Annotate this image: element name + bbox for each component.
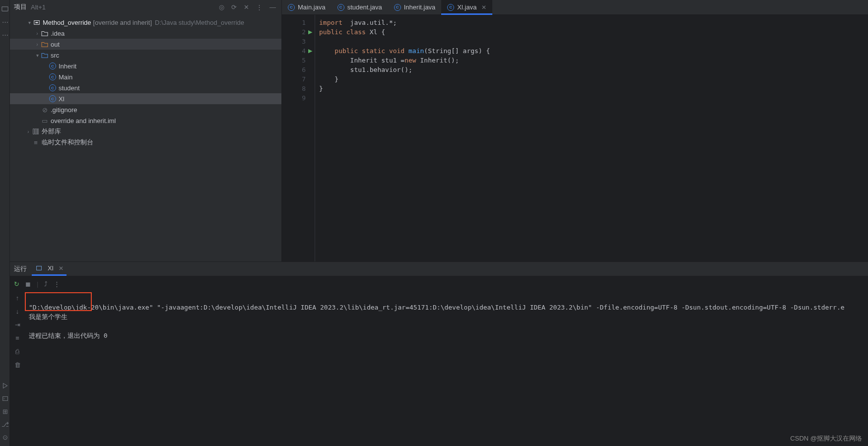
tree-label: .idea bbox=[51, 30, 65, 37]
console-cmd: "D:\develop\jdk-20\bin\java.exe" "-javaa… bbox=[29, 304, 845, 311]
svg-rect-5 bbox=[33, 129, 35, 134]
ab-terminal-icon[interactable] bbox=[0, 392, 10, 405]
tab-inherit[interactable]: C Inherit.java bbox=[388, 0, 442, 14]
svg-rect-4 bbox=[35, 22, 38, 23]
hide-panel-icon[interactable]: — bbox=[268, 3, 277, 11]
svg-rect-0 bbox=[2, 7, 8, 11]
tab-student[interactable]: C student.java bbox=[332, 0, 388, 14]
tree-external-libs[interactable]: › 外部库 bbox=[10, 126, 281, 137]
scratch-icon: ≡ bbox=[32, 138, 40, 146]
down-arrow-icon[interactable]: ↓ bbox=[16, 308, 19, 315]
folder-icon bbox=[41, 29, 49, 37]
class-icon: C bbox=[337, 4, 344, 11]
tree-class-xl[interactable]: C Xl bbox=[10, 93, 281, 104]
expand-icon[interactable]: ⟳ bbox=[230, 3, 238, 11]
class-icon: C bbox=[49, 62, 57, 70]
svg-rect-8 bbox=[36, 266, 41, 270]
console-exit: 进程已结束，退出代码为 0 bbox=[29, 332, 108, 339]
run-panel: 运行 Xl ✕ ↻ ◼ | ⤴ ⋮ ↑ ↓ ⇥ ≡ ⎙ 🗑 "D:\develo… bbox=[10, 261, 868, 446]
ab-project-icon[interactable] bbox=[0, 2, 10, 15]
code-editor[interactable]: import java.util.*; public class Xl { pu… bbox=[315, 15, 868, 261]
run-toolbar: ↻ ◼ | ⤴ ⋮ bbox=[10, 276, 868, 291]
tree-label: 临时文件和控制台 bbox=[42, 138, 93, 147]
run-gutter-icon[interactable]: ▶ bbox=[306, 27, 315, 37]
class-icon: C bbox=[394, 4, 401, 11]
more-icon[interactable]: ⋮ bbox=[54, 280, 60, 288]
chevron-down-icon[interactable]: ▾ bbox=[34, 53, 41, 58]
tree-root[interactable]: ▾ Method_override [override and inherit]… bbox=[10, 17, 281, 28]
print-icon[interactable]: ⎙ bbox=[15, 348, 19, 355]
close-icon[interactable]: ✕ bbox=[481, 4, 486, 11]
tree-root-sub: [override and inherit] bbox=[93, 19, 152, 26]
soft-wrap-icon[interactable]: ⇥ bbox=[15, 321, 20, 328]
tab-label: Xl.java bbox=[457, 3, 476, 11]
svg-rect-6 bbox=[35, 129, 37, 134]
ab-problems-icon[interactable]: ⊞ bbox=[0, 405, 10, 418]
class-icon: C bbox=[49, 73, 57, 81]
ab-run-icon[interactable] bbox=[0, 379, 10, 392]
trash-icon[interactable]: 🗑 bbox=[14, 361, 21, 369]
up-arrow-icon[interactable]: ↑ bbox=[16, 294, 19, 302]
module-icon bbox=[33, 18, 41, 26]
chevron-right-icon[interactable]: › bbox=[34, 42, 41, 47]
run-gutter-icon[interactable]: ▶ bbox=[306, 46, 315, 56]
chevron-right-icon[interactable]: › bbox=[34, 31, 41, 36]
tab-label: Inherit.java bbox=[404, 3, 436, 11]
tree-gitignore[interactable]: ⊘ .gitignore bbox=[10, 104, 281, 115]
collapse-icon[interactable]: ✕ bbox=[242, 3, 251, 11]
stop-icon[interactable]: ◼ bbox=[25, 280, 31, 288]
tab-label: student.java bbox=[347, 3, 382, 11]
close-icon[interactable]: ✕ bbox=[59, 265, 64, 272]
ignore-file-icon: ⊘ bbox=[41, 106, 49, 114]
tree-out-folder[interactable]: › out bbox=[10, 39, 281, 50]
project-title: 项目 bbox=[14, 2, 27, 11]
tab-xl[interactable]: C Xl.java ✕ bbox=[441, 0, 492, 14]
step-icon[interactable]: ⤴ bbox=[44, 280, 48, 288]
editor-tabs: C Main.java C student.java C Inherit.jav… bbox=[282, 0, 868, 15]
tree-label: student bbox=[59, 84, 80, 92]
ab-git-icon[interactable]: ⎇ bbox=[0, 418, 10, 431]
tree-class-main[interactable]: C Main bbox=[10, 71, 281, 82]
tree-root-name: Method_override bbox=[43, 19, 91, 26]
console-output[interactable]: "D:\develop\jdk-20\bin\java.exe" "-javaa… bbox=[25, 291, 868, 446]
run-config-icon bbox=[35, 264, 43, 272]
rerun-icon[interactable]: ↻ bbox=[14, 280, 19, 288]
tree-iml[interactable]: ▭ override and inherit.iml bbox=[10, 115, 281, 126]
project-panel-header: 项目 Alt+1 ◎ ⟳ ✕ ⋮ — bbox=[10, 0, 281, 14]
tree-label: out bbox=[51, 41, 60, 48]
svg-rect-2 bbox=[2, 396, 7, 400]
locate-icon[interactable]: ◎ bbox=[217, 3, 226, 11]
tab-main[interactable]: C Main.java bbox=[282, 0, 332, 14]
project-tree[interactable]: ▾ Method_override [override and inherit]… bbox=[10, 14, 281, 261]
tree-label: .gitignore bbox=[51, 106, 77, 114]
ab-structure-icon[interactable]: ⋯ bbox=[0, 15, 10, 28]
run-label: 运行 bbox=[14, 264, 27, 273]
iml-file-icon: ▭ bbox=[41, 117, 49, 125]
tree-class-student[interactable]: C student bbox=[10, 82, 281, 93]
tree-src-folder[interactable]: ▾ src bbox=[10, 50, 281, 61]
ab-more-icon[interactable]: ⋯ bbox=[0, 28, 10, 41]
tree-scratches[interactable]: ≡ 临时文件和控制台 bbox=[10, 137, 281, 148]
run-tab-xl[interactable]: Xl ✕ bbox=[32, 262, 67, 276]
source-folder-icon bbox=[41, 51, 49, 59]
tree-label: Xl bbox=[59, 95, 65, 103]
scroll-end-icon[interactable]: ≡ bbox=[15, 334, 19, 342]
tree-class-inherit[interactable]: C Inherit bbox=[10, 61, 281, 71]
editor-body[interactable]: 123456789 ▶ ▶ import java.util.*; public… bbox=[282, 15, 868, 261]
svg-marker-1 bbox=[3, 383, 7, 388]
folder-icon bbox=[41, 40, 49, 48]
class-icon: C bbox=[288, 4, 295, 11]
panel-menu-icon[interactable]: ⋮ bbox=[255, 3, 264, 11]
editor-area: C Main.java C student.java C Inherit.jav… bbox=[282, 0, 868, 261]
chevron-down-icon[interactable]: ▾ bbox=[26, 20, 33, 25]
ab-settings-icon[interactable]: ⊙ bbox=[0, 431, 10, 444]
tab-label: Main.java bbox=[298, 3, 326, 11]
chevron-right-icon[interactable]: › bbox=[25, 129, 32, 134]
tree-idea-folder[interactable]: › .idea bbox=[10, 28, 281, 39]
tree-label: src bbox=[51, 52, 59, 59]
run-panel-header: 运行 Xl ✕ bbox=[10, 261, 868, 276]
tree-label: 外部库 bbox=[42, 127, 61, 136]
console-side-toolbar: ↑ ↓ ⇥ ≡ ⎙ 🗑 bbox=[10, 291, 25, 446]
tree-label: Inherit bbox=[59, 63, 76, 70]
console-stdout: 我是第个学生 bbox=[29, 313, 67, 320]
